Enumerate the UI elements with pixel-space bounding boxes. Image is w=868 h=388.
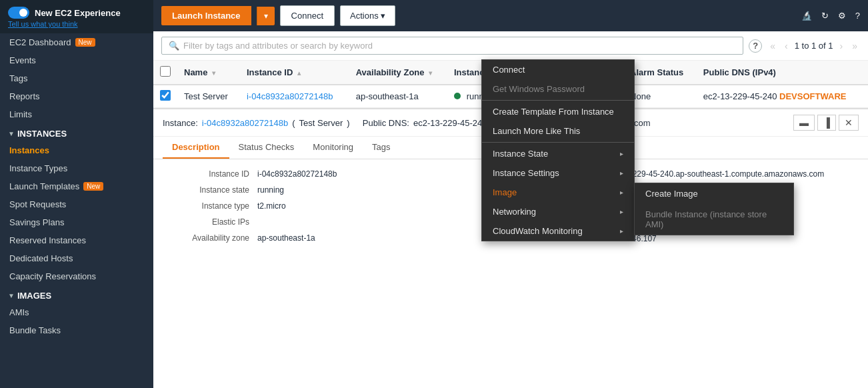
row-checkbox[interactable]: [160, 90, 171, 101]
sidebar-item-capacity-reservations[interactable]: Capacity Reservations: [0, 267, 153, 285]
col-instance-id[interactable]: Instance ID ▴: [240, 61, 349, 85]
menu-item-connect[interactable]: Connect: [482, 60, 634, 79]
menu-item-launch-more[interactable]: Launch More Like This: [482, 121, 634, 141]
last-page-button[interactable]: »: [849, 39, 860, 53]
settings-icon[interactable]: ⚙: [838, 11, 846, 21]
instances-section-header: ▼ INSTANCES: [0, 123, 153, 141]
panel-right-button[interactable]: ▐: [817, 115, 836, 131]
detail-instance-id[interactable]: i-04c8932a80272148b: [202, 118, 288, 128]
sidebar-item-label: Savings Plans: [9, 217, 64, 227]
sidebar-item-limits[interactable]: Limits: [0, 105, 153, 123]
sidebar-item-bundle-tasks[interactable]: Bundle Tasks: [0, 321, 153, 339]
col-az[interactable]: Availability Zone ▾: [349, 61, 447, 85]
sidebar-item-instance-types[interactable]: Instance Types: [0, 159, 153, 177]
new-ec2-toggle[interactable]: [8, 7, 29, 19]
sidebar-item-label: EC2 Dashboard: [9, 37, 71, 47]
menu-item-get-windows-password: Get Windows Password: [482, 79, 634, 99]
launch-instance-button[interactable]: Launch Instance: [161, 6, 251, 25]
field-value: running: [257, 185, 284, 195]
first-page-button[interactable]: «: [767, 39, 778, 53]
images-section-header: ▼ IMAGES: [0, 285, 153, 303]
sidebar-item-label: AMIs: [9, 307, 29, 317]
sidebar-item-launch-templates[interactable]: Launch Templates New: [0, 177, 153, 195]
row-instance-id[interactable]: i-04c8932a80272148b: [240, 85, 349, 108]
sidebar-item-instances[interactable]: Instances: [0, 141, 153, 159]
detail-row-elastic-ips: Elastic IPs: [163, 214, 511, 230]
table-toolbar: 🔍 Filter by tags and attributes or searc…: [153, 31, 868, 61]
section-label: INSTANCES: [17, 129, 67, 139]
tab-monitoring[interactable]: Monitoring: [303, 137, 363, 159]
chevron-right-icon: ▸: [620, 227, 623, 235]
help-icon[interactable]: ?: [855, 11, 860, 21]
tab-status-checks[interactable]: Status Checks: [229, 137, 304, 159]
sidebar-item-amis[interactable]: AMIs: [0, 303, 153, 321]
connect-button[interactable]: Connect: [280, 5, 335, 26]
tab-description[interactable]: Description: [163, 137, 229, 159]
watermark-table: DEVSOFTWARE: [779, 91, 846, 101]
col-public-dns[interactable]: Public DNS (IPv4): [697, 61, 868, 85]
menu-item-instance-settings[interactable]: Instance Settings ▸: [482, 163, 634, 183]
sidebar-item-label: Reports: [9, 91, 40, 101]
chevron-down-icon: ▼: [8, 292, 15, 299]
sidebar-item-tags[interactable]: Tags: [0, 69, 153, 87]
sidebar-item-reserved-instances[interactable]: Reserved Instances: [0, 231, 153, 249]
panel-full-button[interactable]: ✕: [839, 115, 859, 131]
sidebar-item-dedicated-hosts[interactable]: Dedicated Hosts: [0, 249, 153, 267]
submenu-item-bundle-instance: Bundle Instance (instance store AMI): [635, 204, 793, 235]
next-page-button[interactable]: ›: [837, 39, 846, 53]
tell-us-link[interactable]: Tell us what you think: [8, 20, 145, 28]
row-az: ap-southeast-1a: [349, 85, 447, 108]
prev-page-button[interactable]: ‹: [782, 39, 791, 53]
field-value: t2.micro: [257, 201, 286, 211]
sidebar-item-label: Instances: [9, 145, 49, 155]
select-all-checkbox[interactable]: [160, 66, 171, 77]
toolbar: Launch Instance ▾ Connect Actions ▾ 🔬 ↻ …: [153, 0, 868, 31]
image-submenu: Create Image Bundle Instance (instance s…: [634, 183, 794, 235]
chevron-right-icon: ▸: [620, 150, 623, 157]
new-badge: New: [83, 182, 103, 191]
lab-icon[interactable]: 🔬: [801, 11, 812, 21]
new-ec2-title: New EC2 Experience: [35, 8, 121, 18]
detail-public-dns-label: Public DNS:: [363, 118, 409, 128]
field-value: i-04c8932a80272148b: [257, 169, 337, 179]
detail-row-instance-id: Instance ID i-04c8932a80272148b: [163, 166, 511, 182]
sidebar-item-label: Reserved Instances: [9, 235, 86, 245]
detail-row-instance-type: Instance type t2.micro: [163, 198, 511, 214]
table-help-icon[interactable]: ?: [749, 39, 762, 53]
field-label: Availability zone: [163, 233, 249, 243]
row-checkbox-cell[interactable]: [153, 85, 177, 108]
refresh-icon[interactable]: ↻: [821, 11, 829, 21]
sidebar-item-label: Instance Types: [9, 163, 67, 173]
col-name[interactable]: Name ▾: [177, 61, 240, 85]
launch-instance-dropdown-button[interactable]: ▾: [257, 7, 275, 25]
submenu-item-create-image[interactable]: Create Image: [635, 183, 793, 204]
menu-item-instance-state[interactable]: Instance State ▸: [482, 144, 634, 163]
field-label: Instance type: [163, 201, 249, 211]
actions-button[interactable]: Actions ▾: [340, 5, 395, 26]
detail-instance-name: (: [292, 118, 295, 128]
sidebar-item-ec2-dashboard[interactable]: EC2 Dashboard New: [0, 33, 153, 51]
sidebar-item-events[interactable]: Events: [0, 51, 153, 69]
sidebar-item-label: Spot Requests: [9, 199, 66, 209]
tab-tags[interactable]: Tags: [363, 137, 399, 159]
sidebar-item-savings-plans[interactable]: Savings Plans: [0, 213, 153, 231]
menu-item-create-template[interactable]: Create Template From Instance: [482, 102, 634, 121]
chevron-right-icon: ▸: [620, 169, 623, 177]
detail-actions: ▬ ▐ ✕: [793, 115, 859, 131]
search-icon: 🔍: [169, 41, 179, 51]
menu-item-image[interactable]: Image ▸ Create Image Bundle Instance (in…: [482, 183, 634, 202]
field-label: Elastic IPs: [163, 217, 249, 227]
sidebar-item-spot-requests[interactable]: Spot Requests: [0, 195, 153, 213]
sidebar-item-reports[interactable]: Reports: [0, 87, 153, 105]
panel-bottom-button[interactable]: ▬: [793, 115, 815, 131]
field-label: Instance ID: [163, 169, 249, 179]
search-box[interactable]: 🔍 Filter by tags and attributes or searc…: [161, 37, 743, 55]
select-all-checkbox-header[interactable]: [153, 61, 177, 85]
menu-item-cloudwatch[interactable]: CloudWatch Monitoring ▸: [482, 221, 634, 241]
row-name[interactable]: Test Server: [177, 85, 240, 108]
actions-label: Actions ▾: [350, 11, 385, 21]
new-ec2-toggle-row[interactable]: New EC2 Experience: [8, 7, 145, 19]
main-content: Launch Instance ▾ Connect Actions ▾ 🔬 ↻ …: [153, 0, 868, 388]
menu-item-networking[interactable]: Networking ▸: [482, 202, 634, 221]
sidebar-item-label: Limits: [9, 109, 32, 119]
